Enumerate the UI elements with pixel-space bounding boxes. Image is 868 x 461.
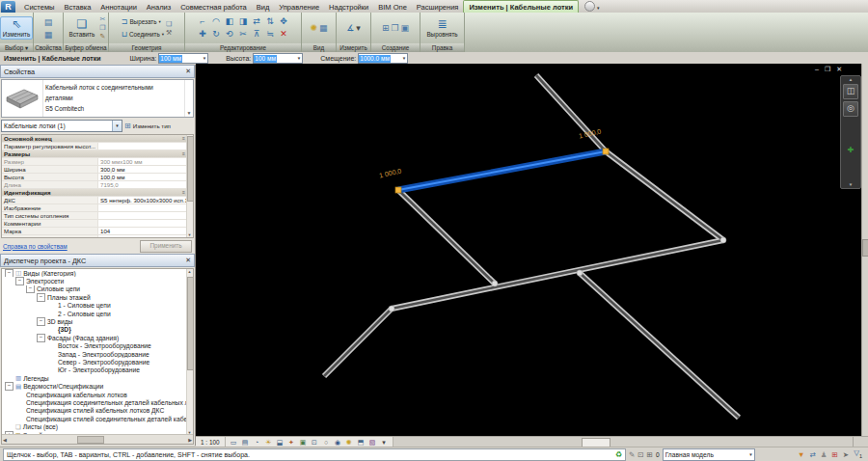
tree-item-label[interactable]: Спецификация стилей кабельных лотков ДКС: [26, 407, 164, 414]
geometry-tool-icon[interactable]: ❏: [166, 20, 172, 28]
property-value[interactable]: [98, 143, 193, 149]
create-tool-icon[interactable]: ❐: [391, 22, 398, 34]
ribbon-tab[interactable]: Управление: [274, 1, 324, 13]
properties-icon[interactable]: ▦: [44, 29, 53, 41]
ribbon-tab[interactable]: Системы: [19, 1, 59, 13]
property-value[interactable]: 300,0 мм: [98, 166, 193, 173]
tree-item[interactable]: 1 - Силовые цепи: [2, 302, 193, 310]
ribbon-tab[interactable]: Вид: [252, 1, 275, 13]
tray-tee-fitting[interactable]: [577, 270, 583, 276]
tree-item[interactable]: − Фасады (Фасад здания): [2, 334, 193, 341]
close-icon[interactable]: ✕: [836, 66, 842, 73]
tree-item[interactable]: − ▤ Ведомости/Спецификации: [2, 382, 193, 390]
properties-scrollbar[interactable]: ▼: [186, 135, 193, 237]
ribbon-tab[interactable]: Аннотации: [95, 1, 142, 13]
modify-button[interactable]: ⇖ Изменить: [0, 16, 33, 40]
status-right-icon[interactable]: ♟: [821, 450, 827, 460]
view-control-icon[interactable]: ▧: [367, 438, 378, 447]
panel-label-mode[interactable]: Правка: [420, 43, 464, 52]
options-field-input[interactable]: 1000.0 мм ▼: [358, 53, 408, 64]
clipboard-tool-icon[interactable]: ✎: [99, 33, 105, 41]
status-right-icon[interactable]: ⇄: [810, 450, 816, 460]
join-geometry-button[interactable]: ⊔ Соединить ▾: [122, 30, 164, 40]
property-row[interactable]: Параметр регулирования высот...: [2, 143, 193, 150]
view-control-icon[interactable]: ⬓: [275, 438, 285, 447]
property-value[interactable]: S5 неперф. 300х100х3000 исп.1: [98, 197, 193, 203]
tray-elbow-fitting[interactable]: [389, 306, 394, 312]
cable-tray-network[interactable]: [196, 64, 861, 436]
scroll-left-icon[interactable]: ◀: [2, 437, 7, 443]
property-value[interactable]: Лоток листовой неперфориро...: [98, 235, 193, 238]
scrollbar-thumb[interactable]: [77, 436, 104, 444]
tree-item-label[interactable]: Запад - Электрооборудование: [58, 351, 149, 358]
tray-tee-fitting[interactable]: [492, 281, 498, 286]
property-value[interactable]: 300 ммx100 мм: [98, 158, 193, 165]
options-field-input[interactable]: 100 мм ▼: [158, 53, 208, 64]
ribbon-tab-contextual[interactable]: Изменить | Кабельные лотки: [463, 0, 579, 13]
modify-state-icon[interactable]: [584, 1, 595, 12]
view-control-icon[interactable]: ○: [321, 438, 332, 447]
view-control-icon[interactable]: ✦: [286, 438, 297, 447]
edit-tool-icon[interactable]: ↻: [209, 28, 223, 41]
scrollbar-thumb[interactable]: [862, 239, 868, 257]
view-control-icon[interactable]: ◉: [333, 438, 343, 447]
view-control-icon[interactable]: ⬒: [356, 438, 366, 447]
tree-expand-icon[interactable]: −: [5, 269, 14, 277]
chevron-down-icon[interactable]: ▼: [297, 56, 302, 61]
status-right-icon[interactable]: ⊞: [832, 450, 838, 460]
tree-item[interactable]: {3D}: [2, 326, 193, 334]
tree-item[interactable]: Юг - Электрооборудование: [2, 366, 193, 374]
status-tool-icon[interactable]: ⊡: [637, 450, 643, 460]
property-value[interactable]: [98, 204, 193, 211]
panel-label-measure[interactable]: Измерить: [337, 43, 370, 52]
edit-tool-icon[interactable]: ◧: [223, 15, 236, 28]
cut-geometry-button[interactable]: ⊐ Вырезать ▾: [122, 17, 164, 27]
status-right-icon[interactable]: ▽1: [854, 448, 862, 461]
property-value[interactable]: [98, 220, 193, 227]
geometry-tool-icon[interactable]: ⚒: [166, 29, 172, 37]
view-control-icon[interactable]: ▣: [298, 438, 309, 447]
tray-connector-handle[interactable]: [395, 187, 401, 193]
view-tool-icon[interactable]: ✺: [310, 22, 317, 34]
tree-expand-icon[interactable]: −: [26, 285, 35, 293]
panel-label-geometry[interactable]: Геометрия: [109, 43, 184, 52]
tree-item[interactable]: − Планы этажей: [2, 293, 193, 301]
tree-expand-icon[interactable]: −: [37, 334, 45, 341]
measure-tool-icon[interactable]: ▾: [356, 22, 361, 34]
tree-item[interactable]: Спецификация стилей кабельных лотков ДКС: [2, 407, 193, 415]
tree-item-label[interactable]: Силовые цепи: [37, 285, 80, 292]
tree-item[interactable]: ❏ Листы (все): [2, 422, 193, 430]
measure-tool-icon[interactable]: ∡: [346, 22, 354, 34]
edit-tool-icon[interactable]: ✚: [196, 28, 209, 41]
sync-status-icon[interactable]: ♻: [615, 450, 622, 459]
property-value[interactable]: 104: [98, 228, 193, 234]
tree-item-label[interactable]: Спецификация кабельных лотков: [26, 392, 127, 398]
panel-label-view[interactable]: Вид: [302, 43, 336, 52]
chevron-down-icon[interactable]: ▼: [184, 80, 193, 117]
tray-connector-handle[interactable]: [603, 149, 609, 154]
ribbon-tab[interactable]: Анализ: [142, 1, 176, 13]
view-control-icon[interactable]: ✺: [344, 438, 355, 447]
tree-item[interactable]: Спецификация кабельных лотков: [2, 391, 193, 398]
view-control-icon[interactable]: ⊡: [310, 438, 320, 447]
navbar-up-icon[interactable]: ▲: [849, 77, 853, 82]
restore-icon[interactable]: ❐: [825, 66, 830, 73]
property-row[interactable]: Изображение: [2, 204, 193, 212]
edit-tool-icon[interactable]: ⇅: [263, 15, 277, 28]
clipboard-tool-icon[interactable]: ✂: [99, 15, 105, 23]
scrollbar-thumb[interactable]: [187, 136, 194, 202]
property-row[interactable]: Основной конец: [2, 135, 193, 143]
tree-item-label[interactable]: Фасады (Фасад здания): [47, 335, 119, 341]
steering-wheel-icon[interactable]: ◎: [843, 101, 858, 117]
element-selector-combo[interactable]: Кабельные лотки (1) ▼: [1, 120, 122, 132]
ribbon-tab[interactable]: Вставка: [59, 1, 95, 13]
property-row[interactable]: Размеры: [2, 150, 193, 158]
property-row[interactable]: Размер 300 ммx100 мм: [2, 158, 193, 166]
tree-expand-icon[interactable]: −: [15, 277, 24, 285]
tree-item[interactable]: Север - Электрооборудование: [2, 358, 193, 366]
view-vscrollbar[interactable]: [861, 64, 868, 436]
status-right-icon[interactable]: ➤: [843, 450, 849, 460]
type-selector[interactable]: Кабельный лоток с соединительными деталя…: [1, 79, 194, 118]
panel-label-clipboard[interactable]: Буфер обмена: [64, 43, 108, 52]
navbar-zoom-icon[interactable]: ✚: [848, 146, 854, 154]
